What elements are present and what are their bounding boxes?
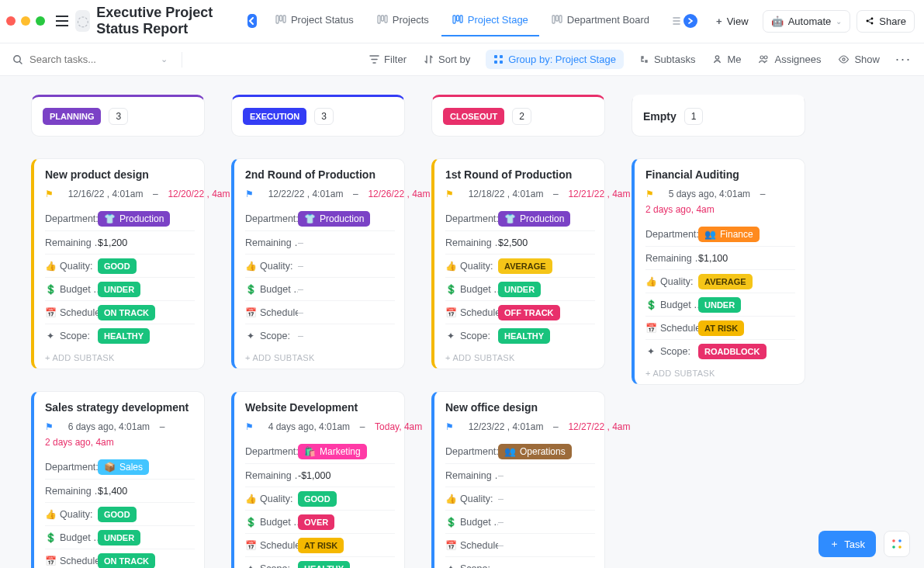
card-title: 1st Round of Production — [445, 168, 595, 181]
remaining-value: – — [298, 237, 303, 248]
task-card[interactable]: 2nd Round of Production⚑ 12/22/22 , 4:01… — [231, 158, 405, 369]
add-subtask-button[interactable]: + ADD SUBTASK — [445, 347, 595, 362]
field-label: Remaining … — [45, 486, 98, 497]
svg-rect-17 — [500, 55, 503, 58]
stage-pill: PLANNING — [43, 108, 101, 125]
svg-point-25 — [898, 539, 902, 542]
subtasks-button[interactable]: Subtasks — [638, 50, 697, 68]
add-subtask-button[interactable]: + ADD SUBTASK — [245, 347, 395, 362]
add-subtask-button[interactable]: + ADD SUBTASK — [45, 347, 195, 362]
filter-icon — [369, 54, 379, 64]
filter-button[interactable]: Filter — [368, 50, 408, 68]
minimize-window-button[interactable] — [21, 16, 30, 26]
field-icon: 👍 — [45, 261, 56, 272]
svg-point-23 — [843, 58, 845, 61]
view-tab-projects[interactable]: Projects — [366, 6, 440, 36]
column-header[interactable]: EXECUTION3 — [231, 95, 405, 137]
share-button[interactable]: Share — [857, 10, 915, 33]
group-by-button[interactable]: Group by: Project Stage — [486, 50, 624, 69]
department-badge: 👕Production — [498, 211, 570, 227]
task-card[interactable]: 1st Round of Production⚑ 12/18/22 , 4:01… — [431, 158, 605, 369]
field-row: 📅Schedule:AT RISK — [645, 316, 795, 339]
list-icon — [671, 16, 682, 26]
field-label: 👍Quality: — [445, 494, 498, 504]
field-label: 💲Budget … — [245, 517, 298, 528]
field-row: 💲Budget …UNDER — [45, 277, 195, 300]
field-row: 📅Schedule:– — [445, 533, 595, 556]
card-title: Website Development — [245, 401, 395, 414]
task-card[interactable]: New product design⚑ 12/16/22 , 4:01am – … — [31, 158, 205, 369]
close-window-button[interactable] — [6, 16, 16, 26]
start-date: 12/16/22 , 4:01am — [68, 189, 144, 199]
field-row: 👍Quality:– — [245, 254, 395, 277]
remaining-value: $1,200 — [98, 237, 127, 248]
floating-actions: ＋ Task — [818, 531, 910, 557]
column-header[interactable]: PLANNING3 — [31, 95, 205, 137]
back-badge[interactable] — [247, 14, 257, 28]
card-dates: ⚑ 12/23/22 , 4:01am – 12/27/22 , 4am — [445, 421, 595, 432]
task-card[interactable]: Sales strategy development⚑ 6 days ago, … — [31, 391, 205, 568]
svg-rect-6 — [453, 16, 455, 23]
add-subtask-button[interactable]: + ADD SUBTASK — [645, 362, 795, 378]
task-card[interactable]: Website Development⚑ 4 days ago, 4:01am … — [231, 391, 405, 568]
menu-icon[interactable] — [54, 10, 69, 32]
view-tab-project-status[interactable]: Project Status — [265, 6, 365, 36]
remaining-value: $2,500 — [498, 237, 528, 248]
overflow-count — [683, 14, 697, 28]
card-dates: ⚑ 6 days ago, 4:01am – — [45, 421, 195, 432]
chevron-down-icon: ⌄ — [836, 17, 842, 26]
add-view-button[interactable]: + View — [708, 11, 756, 32]
chevron-down-icon[interactable]: ⌄ — [161, 54, 168, 64]
status-badge: ON TRACK — [98, 553, 155, 569]
search-input[interactable] — [29, 54, 130, 65]
field-label: 📅Schedule: — [445, 307, 498, 318]
field-row: Department:📦Sales — [45, 455, 195, 479]
new-task-button[interactable]: ＋ Task — [818, 531, 876, 557]
more-icon[interactable]: ··· — [895, 51, 912, 68]
group-icon — [493, 54, 504, 64]
board-icon — [552, 14, 562, 25]
field-row: Remaining …– — [245, 230, 395, 254]
users-icon — [758, 54, 770, 64]
card-title: New product design — [45, 168, 195, 181]
apps-button[interactable] — [884, 531, 910, 557]
svg-rect-3 — [378, 16, 380, 23]
field-label: 👍Quality: — [645, 276, 698, 287]
end-date: Today, 4am — [375, 421, 422, 432]
field-row: ✦Scope:ROADBLOCK — [645, 339, 795, 362]
maximize-window-button[interactable] — [36, 16, 45, 26]
status-badge: – — [498, 540, 504, 551]
automate-button[interactable]: 🤖 Automate ⌄ — [763, 10, 851, 33]
start-date: 6 days ago, 4:01am — [68, 421, 150, 432]
task-card[interactable]: Financial Auditing⚑ 5 days ago, 4:01am –… — [632, 158, 805, 385]
card-dates: ⚑ 4 days ago, 4:01am – Today, 4am — [245, 421, 395, 432]
field-label: Department: — [445, 446, 498, 457]
svg-rect-19 — [500, 61, 503, 64]
svg-rect-4 — [381, 16, 383, 21]
search-box[interactable]: ⌄ — [12, 54, 168, 65]
me-button[interactable]: Me — [711, 50, 742, 68]
card-title: Sales strategy development — [45, 401, 195, 414]
sort-button[interactable]: Sort by — [422, 50, 472, 68]
toolbar: ⌄ Filter Sort by Group by: Project Stage… — [0, 43, 924, 76]
view-tab-department-board[interactable]: Department Board — [541, 6, 660, 36]
status-badge: – — [298, 261, 303, 272]
field-row: ✦Scope:– — [245, 324, 395, 347]
field-icon: 📅 — [645, 323, 656, 334]
divider — [182, 52, 182, 68]
department-badge: 👥Finance — [698, 227, 760, 242]
flag-icon: ⚑ — [245, 189, 254, 199]
view-overflow[interactable] — [666, 14, 702, 28]
end-date: 12/20/22 , 4am — [168, 189, 230, 199]
task-card[interactable]: New office design⚑ 12/23/22 , 4:01am – 1… — [431, 391, 605, 568]
plus-icon: + — [716, 16, 722, 27]
view-tab-project-stage[interactable]: Project Stage — [441, 6, 539, 36]
field-label: Remaining … — [445, 470, 498, 481]
column-header[interactable]: CLOSEOUT2 — [431, 95, 605, 137]
column-header[interactable]: Empty1 — [632, 95, 805, 137]
assignees-button[interactable]: Assignees — [756, 50, 822, 68]
document-title: Executive Project Status Report — [96, 5, 241, 37]
show-button[interactable]: Show — [836, 50, 881, 68]
dept-emoji-icon: 👕 — [104, 213, 116, 224]
field-icon: ✦ — [245, 563, 256, 569]
